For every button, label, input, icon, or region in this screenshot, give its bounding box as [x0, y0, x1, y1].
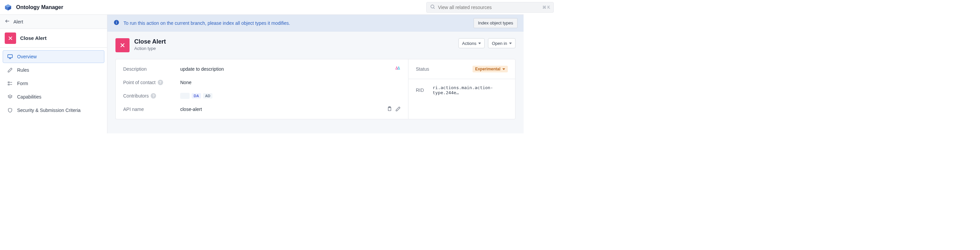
- sidebar-item-overview[interactable]: Overview: [3, 50, 104, 63]
- sidebar: Alert Close Alert Overview: [0, 15, 107, 133]
- sidebar-nav: Overview Rules Form: [0, 47, 107, 119]
- sidebar-item-label: Security & Submission Criteria: [17, 108, 81, 113]
- caret-down-icon: [503, 68, 505, 70]
- poc-value: None: [180, 80, 401, 85]
- page-title: Close Alert: [134, 38, 166, 45]
- page-header: Close Alert Action type Actions Open in: [115, 38, 515, 52]
- api-name-value: close-alert: [180, 106, 387, 112]
- svg-rect-8: [8, 55, 13, 58]
- status-panel: Status Experimental RID ri.actions.: [408, 59, 515, 119]
- breadcrumb-label: Alert: [13, 19, 23, 24]
- svg-marker-21: [396, 67, 398, 70]
- search-box[interactable]: ⌘ K: [426, 2, 523, 13]
- app-title: Ontology Manager: [16, 4, 63, 10]
- back-arrow-icon[interactable]: [5, 19, 10, 25]
- actions-button[interactable]: Actions: [458, 38, 485, 48]
- caret-down-icon: [478, 43, 481, 44]
- shield-icon: [7, 107, 13, 113]
- details-panel: Description update to description: [115, 59, 408, 119]
- banner-message: To run this action on the current branch…: [124, 21, 290, 26]
- svg-rect-17: [116, 22, 117, 24]
- close-icon: [115, 38, 130, 52]
- monitor-icon: [7, 54, 13, 60]
- svg-rect-13: [8, 84, 10, 85]
- sidebar-item-capabilities[interactable]: Capabilities: [3, 90, 104, 103]
- app-logo-icon: [4, 3, 12, 11]
- page-subtitle: Action type: [134, 46, 166, 51]
- description-label: Description: [123, 66, 180, 72]
- contributor-chip: [180, 93, 189, 99]
- info-banner: To run this action on the current branch…: [107, 15, 523, 32]
- status-dropdown[interactable]: Experimental: [473, 66, 508, 73]
- sidebar-item-security[interactable]: Security & Submission Criteria: [3, 104, 104, 117]
- search-icon: [430, 4, 435, 10]
- contributors-value: DA AD: [180, 93, 401, 99]
- stack-icon: [7, 94, 13, 100]
- contributor-chip: DA: [192, 93, 201, 98]
- sidebar-item-label: Capabilities: [17, 94, 41, 100]
- status-label: Status: [416, 66, 443, 72]
- ai-assist-icon[interactable]: [395, 66, 401, 73]
- help-icon[interactable]: ?: [151, 93, 156, 98]
- clipboard-icon[interactable]: [387, 106, 392, 112]
- info-icon: [113, 19, 119, 27]
- svg-marker-15: [8, 95, 12, 97]
- description-value: update to description: [180, 66, 395, 72]
- sidebar-item-label: Overview: [17, 54, 37, 59]
- search-input[interactable]: [438, 5, 523, 10]
- sidebar-item-rules[interactable]: Rules: [3, 64, 104, 76]
- svg-rect-11: [8, 82, 10, 83]
- index-object-types-button[interactable]: Index object types: [474, 18, 517, 28]
- edit-icon[interactable]: [395, 106, 401, 112]
- rid-value: ri.actions.main.action-type.244e…: [433, 85, 508, 95]
- form-icon: [7, 81, 13, 87]
- main-content: To run this action on the current branch…: [107, 15, 523, 133]
- breadcrumb[interactable]: Alert: [0, 15, 107, 29]
- api-name-label: API name: [123, 106, 180, 112]
- sidebar-item-label: Form: [17, 81, 28, 86]
- close-icon: [5, 33, 16, 44]
- contributors-label: Contributors ?: [123, 93, 180, 98]
- poc-label: Point of contact ?: [123, 80, 180, 85]
- rid-label: RID: [416, 87, 433, 93]
- topbar: Ontology Manager ⌘ K New: [0, 0, 523, 15]
- svg-marker-22: [398, 67, 400, 70]
- sidebar-title: Close Alert: [20, 35, 47, 41]
- sidebar-item-label: Rules: [17, 67, 29, 73]
- svg-rect-18: [116, 21, 117, 22]
- svg-line-4: [434, 8, 434, 9]
- sidebar-item-form[interactable]: Form: [3, 77, 104, 90]
- sidebar-header: Close Alert: [0, 29, 107, 47]
- contributor-chip: AD: [203, 93, 212, 98]
- svg-point-3: [431, 5, 434, 8]
- open-in-button[interactable]: Open in: [488, 38, 515, 48]
- pencil-icon: [7, 67, 13, 73]
- help-icon[interactable]: ?: [158, 80, 163, 85]
- caret-down-icon: [509, 43, 512, 44]
